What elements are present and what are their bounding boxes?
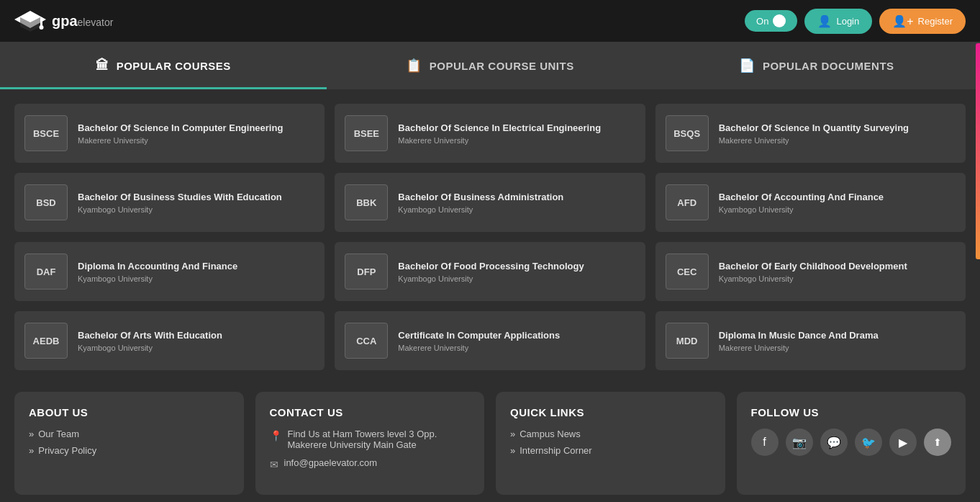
course-university: Makerere University [719, 344, 879, 352]
course-info: Bachelor Of Accounting And Finance Kyamb… [719, 192, 884, 214]
about-title: ABOUT US [29, 406, 230, 418]
register-button[interactable]: 👤+ Register [879, 9, 966, 34]
course-info: Bachelor Of Business Studies With Educat… [78, 192, 282, 214]
course-badge: BSD [24, 184, 68, 220]
toggle-circle [773, 14, 786, 27]
course-university: Makerere University [398, 136, 601, 145]
course-university: Kyambogo University [719, 274, 907, 283]
contact-address: 📍 Find Us at Ham Towers level 3 Opp. Mak… [270, 429, 471, 450]
course-card[interactable]: BSD Bachelor Of Business Studies With Ed… [14, 173, 325, 232]
course-title: Certificate In Computer Applications [398, 330, 560, 341]
course-badge: AEDB [24, 323, 68, 359]
course-title: Bachelor Of Science In Electrical Engine… [398, 122, 601, 133]
course-university: Kyambogo University [398, 274, 584, 283]
course-badge: BSEE [345, 115, 388, 151]
youtube-button[interactable]: ▶ [889, 429, 917, 456]
toggle-button[interactable]: On [745, 10, 797, 32]
footer-grid: ABOUT US Our Team Privacy Policy CONTACT… [14, 392, 966, 495]
courses-tab-label: POPULAR COURSES [117, 60, 231, 72]
course-badge: BSCE [24, 115, 68, 151]
courses-tab-icon: 🏛 [96, 58, 109, 73]
course-university: Kyambogo University [78, 205, 282, 214]
footer-link-privacy-policy[interactable]: Privacy Policy [29, 445, 230, 456]
whatsapp-icon: 💬 [827, 436, 841, 449]
facebook-icon: f [763, 436, 766, 449]
course-info: Certificate In Computer Applications Mak… [398, 330, 560, 352]
svg-rect-2 [40, 17, 42, 26]
course-info: Bachelor Of Science In Electrical Engine… [398, 122, 601, 145]
login-label: Login [836, 16, 859, 27]
course-university: Kyambogo University [398, 205, 563, 214]
course-info: Diploma In Accounting And Finance Kyambo… [78, 261, 237, 283]
course-card[interactable]: AEDB Bachelor Of Arts With Education Kya… [14, 311, 325, 370]
tab-popular-documents[interactable]: 📄 POPULAR DOCUMENTS [653, 42, 980, 89]
course-info: Bachelor Of Science In Computer Engineer… [78, 122, 283, 145]
youtube-icon: ▶ [899, 436, 907, 449]
contact-address-text: Find Us at Ham Towers level 3 Opp. Maker… [288, 429, 471, 450]
social-icons: f 📷 💬 🐦 ▶ ⬆ [751, 429, 952, 456]
tab-popular-course-units[interactable]: 📋 POPULAR COURSE UNITS [327, 42, 653, 89]
whatsapp-button[interactable]: 💬 [820, 429, 848, 456]
toggle-label: On [756, 16, 768, 27]
footer-link-our-team[interactable]: Our Team [29, 429, 230, 439]
course-title: Diploma In Music Dance And Drama [719, 330, 879, 341]
courses-grid: BSCE Bachelor Of Science In Computer Eng… [14, 104, 966, 370]
course-card[interactable]: AFD Bachelor Of Accounting And Finance K… [655, 173, 966, 232]
course-card[interactable]: BSEE Bachelor Of Science In Electrical E… [335, 104, 645, 163]
course-title: Bachelor Of Food Processing Technology [398, 261, 584, 272]
header: gpaelevator On 👤 Login 👤+ Register [0, 0, 980, 42]
course-card[interactable]: CEC Bachelor Of Early Childhood Developm… [655, 242, 966, 301]
footer-contact: CONTACT US 📍 Find Us at Ham Towers level… [255, 392, 485, 495]
course-info: Bachelor Of Early Childhood Development … [719, 261, 907, 283]
chevron-up-icon: ⬆ [933, 436, 942, 448]
quick-links-title: QUICK LINKS [510, 406, 711, 418]
twitter-button[interactable]: 🐦 [855, 429, 882, 456]
course-title: Bachelor Of Business Studies With Educat… [78, 192, 282, 202]
course-badge: CEC [666, 254, 709, 290]
footer-quick-links: QUICK LINKS Campus News Internship Corne… [496, 392, 725, 495]
course-university: Makerere University [78, 136, 283, 145]
course-badge: CCA [345, 323, 388, 359]
docs-tab-label: POPULAR DOCUMENTS [763, 60, 894, 72]
main-content: BSCE Bachelor Of Science In Computer Eng… [0, 89, 980, 392]
course-info: Bachelor Of Food Processing Technology K… [398, 261, 584, 283]
course-badge: BSQS [666, 115, 709, 151]
course-info: Diploma In Music Dance And Drama Makerer… [719, 330, 879, 352]
course-title: Bachelor Of Science In Computer Engineer… [78, 122, 283, 133]
facebook-button[interactable]: f [751, 429, 779, 456]
course-badge: DAF [24, 254, 68, 290]
course-card[interactable]: DAF Diploma In Accounting And Finance Ky… [14, 242, 325, 301]
course-card[interactable]: BBK Bachelor Of Business Administration … [335, 173, 645, 232]
footer-link-internship-corner[interactable]: Internship Corner [510, 445, 711, 456]
course-badge: AFD [666, 184, 709, 220]
course-university: Kyambogo University [78, 274, 237, 283]
contact-title: CONTACT US [270, 406, 471, 418]
contact-email-text: info@gpaelevator.com [284, 457, 378, 468]
login-button[interactable]: 👤 Login [804, 9, 872, 34]
course-info: Bachelor Of Business Administration Kyam… [398, 192, 563, 214]
logo-text: gpaelevator [52, 13, 113, 30]
user-icon: 👤 [817, 14, 832, 28]
instagram-icon: 📷 [792, 436, 807, 449]
course-title: Diploma In Accounting And Finance [78, 261, 237, 272]
svg-point-3 [40, 25, 44, 30]
instagram-button[interactable]: 📷 [786, 429, 813, 456]
units-tab-label: POPULAR COURSE UNITS [430, 60, 574, 72]
course-card[interactable]: MDD Diploma In Music Dance And Drama Mak… [655, 311, 966, 370]
tab-popular-courses[interactable]: 🏛 POPULAR COURSES [0, 42, 327, 89]
footer-about: ABOUT US Our Team Privacy Policy [14, 392, 244, 495]
course-card[interactable]: BSCE Bachelor Of Science In Computer Eng… [14, 104, 325, 163]
course-card[interactable]: BSQS Bachelor Of Science In Quantity Sur… [655, 104, 966, 163]
tabs-bar: 🏛 POPULAR COURSES 📋 POPULAR COURSE UNITS… [0, 42, 980, 89]
course-card[interactable]: CCA Certificate In Computer Applications… [335, 311, 645, 370]
course-badge: MDD [666, 323, 709, 359]
scroll-top-button[interactable]: ⬆ [924, 429, 951, 456]
course-title: Bachelor Of Early Childhood Development [719, 261, 907, 272]
units-tab-icon: 📋 [406, 58, 422, 73]
footer-link-campus-news[interactable]: Campus News [510, 429, 711, 439]
course-badge: BBK [345, 184, 388, 220]
course-university: Makerere University [398, 344, 560, 352]
course-card[interactable]: DFP Bachelor Of Food Processing Technolo… [335, 242, 645, 301]
email-icon: ✉ [270, 459, 278, 470]
docs-tab-icon: 📄 [739, 58, 756, 73]
